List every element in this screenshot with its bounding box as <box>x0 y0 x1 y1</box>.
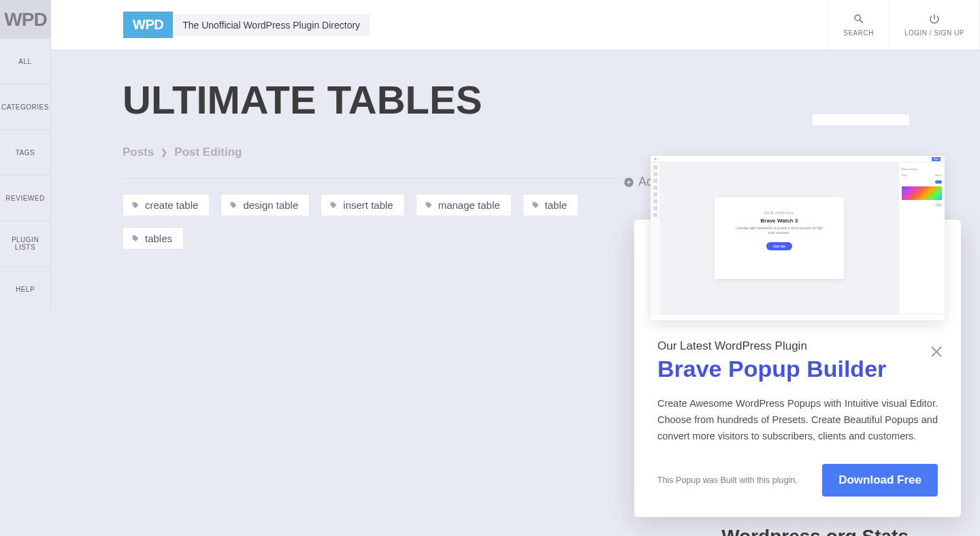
promo-screenshot: bSave NEW ARRIVAL Brave Watch 3 Leverage… <box>651 156 945 320</box>
promo-popup: bSave NEW ARRIVAL Brave Watch 3 Leverage… <box>634 220 961 517</box>
tag-icon <box>131 201 140 210</box>
brand-short: WPD <box>4 9 46 31</box>
sidebar-item-reviewed[interactable]: REVIEWED <box>0 175 50 221</box>
search-icon <box>853 13 865 25</box>
tag-manage-table[interactable]: manage table <box>416 194 512 216</box>
brand-badge[interactable]: WPD <box>123 12 173 38</box>
popup-close-button[interactable] <box>928 344 945 360</box>
sidebar: ALL CATEGORIES TAGS REVIEWED PLUGIN LIST… <box>0 39 51 312</box>
sidebar-item-help[interactable]: HELP <box>0 267 50 312</box>
chevron-right-icon: ❯ <box>161 148 167 157</box>
brand-tagline: The Unofficial WordPress Plugin Director… <box>173 14 370 36</box>
tag-tables[interactable]: tables <box>122 227 184 250</box>
page-title: ULTIMATE TABLES <box>122 77 909 122</box>
tag-icon <box>131 235 140 243</box>
sidebar-item-categories[interactable]: CATEGORIES <box>0 84 50 130</box>
tag-table[interactable]: table <box>523 194 579 216</box>
sidebar-item-tags[interactable]: TAGS <box>0 130 50 175</box>
popup-description: Create Awesome WordPress Popups with Int… <box>657 396 938 445</box>
tag-insert-table[interactable]: insert table <box>321 194 404 216</box>
side-ad-placeholder <box>812 114 910 126</box>
tag-icon <box>425 201 433 210</box>
login-label: LOGIN / SIGN UP <box>904 29 964 37</box>
popup-subheading: Our Latest WordPress Plugin <box>657 339 938 353</box>
popup-note: This Popup was Built with this plugin. <box>657 475 798 485</box>
breadcrumb-current[interactable]: Post Editing <box>174 146 242 159</box>
tag-icon <box>229 201 238 210</box>
breadcrumb-root[interactable]: Posts <box>122 146 154 159</box>
login-button[interactable]: LOGIN / SIGN UP <box>889 0 980 50</box>
popup-title[interactable]: Brave Popup Builder <box>657 356 938 382</box>
power-icon <box>928 13 941 25</box>
tag-icon <box>532 201 540 210</box>
tag-create-table[interactable]: create table <box>122 194 210 216</box>
popup-cta-button[interactable]: Download Free <box>822 464 938 497</box>
sidebar-item-plugin-lists[interactable]: PLUGIN LISTS <box>0 221 50 267</box>
sidebar-item-all[interactable]: ALL <box>0 39 50 84</box>
tags-row: create table design table insert table m… <box>122 194 612 250</box>
tag-icon <box>329 201 338 210</box>
topbar: WPD The Unofficial WordPress Plugin Dire… <box>51 0 980 50</box>
brand-logo[interactable]: WPD <box>0 0 51 39</box>
stats-heading: Wordpress.org Stats <box>721 526 909 536</box>
search-label: SEARCH <box>843 29 874 37</box>
search-button[interactable]: SEARCH <box>828 0 889 50</box>
tag-design-table[interactable]: design table <box>220 194 310 216</box>
plus-circle-icon <box>623 177 634 188</box>
close-icon <box>928 344 945 360</box>
